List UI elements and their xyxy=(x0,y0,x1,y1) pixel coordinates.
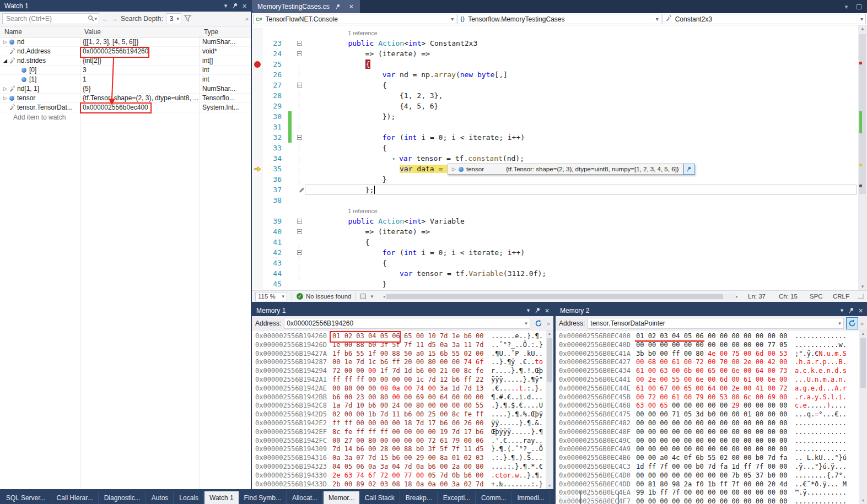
bottom-tab-sql-server[interactable]: SQL Server... xyxy=(1,491,51,504)
memory-row[interactable]: 0x000002556B1942BBb6 00 23 00 80 00 00 6… xyxy=(255,393,553,402)
breakpoint-margin[interactable] xyxy=(252,237,263,247)
memory-row[interactable]: 0x000002556B1942E2ff ff 00 00 00 00 18 7… xyxy=(255,419,553,428)
collapse-box-icon[interactable] xyxy=(297,219,302,224)
tab-close-icon[interactable] xyxy=(347,2,356,12)
memory-row[interactable]: 0x000002556B19432304 05 06 0a 3a 04 7d 0… xyxy=(255,463,553,472)
memory-row[interactable]: 0x000002556B0EC46863 00 65 00 00 00 00 0… xyxy=(559,402,867,410)
breakpoint-margin[interactable] xyxy=(252,80,263,90)
memory-row[interactable]: 0x000002556B0EC4D000 00 00 00 00 00 00 0… xyxy=(559,472,867,480)
memory-row[interactable]: 0x000002556B0EC4C31d ff 7f 00 00 b0 7d f… xyxy=(559,463,867,472)
fold-margin[interactable] xyxy=(294,51,305,56)
pin-icon[interactable] xyxy=(847,306,856,315)
project-dropdown[interactable]: C# TensorFlowNET.Console xyxy=(253,14,456,24)
breakpoint-margin[interactable] xyxy=(252,279,263,289)
bottom-tab-excepti[interactable]: Excepti... xyxy=(438,491,476,504)
memory2-scrollbar[interactable] xyxy=(859,330,867,504)
fold-margin[interactable] xyxy=(294,135,305,140)
breakpoint-margin[interactable] xyxy=(252,122,263,132)
watch-value[interactable]: 0x000002556b0ec400 xyxy=(80,103,200,112)
fold-margin[interactable] xyxy=(294,83,305,88)
fold-margin[interactable] xyxy=(294,219,305,224)
horizontal-scrollbar[interactable]: ◂ ▸ xyxy=(383,293,738,300)
memory-row[interactable]: 0x000002556B1942FC00 27 00 80 00 00 00 0… xyxy=(255,437,553,446)
code-line[interactable]: 39public Action<int> Variable xyxy=(252,216,858,226)
memory-row[interactable]: 0x000002556B1942D502 00 00 1b 7d 11 b6 0… xyxy=(255,410,553,419)
collapse-box-icon[interactable] xyxy=(297,41,302,46)
tab-pin-icon[interactable] xyxy=(333,2,343,12)
code-line[interactable]: 41{ xyxy=(252,237,858,247)
bottom-tab-output[interactable]: Output xyxy=(551,491,581,504)
code-line[interactable]: 32for (int i = 0; i < iterate; i++) xyxy=(252,132,858,143)
column-header-name[interactable]: Name xyxy=(0,28,80,36)
watch-row[interactable]: nd[1, 1]{5}NumShar... xyxy=(0,84,251,94)
tab-memorytestingcases[interactable]: MemoryTestingCases.cs xyxy=(252,0,360,13)
watch-row[interactable]: [0]3int xyxy=(0,66,251,75)
scroll-up-icon[interactable] xyxy=(859,330,867,338)
memory1-scrollbar[interactable] xyxy=(546,330,553,489)
pin-icon[interactable] xyxy=(533,306,542,315)
scrollbar-thumb[interactable] xyxy=(386,294,723,299)
watch-value[interactable]: 0x000002556b194260 xyxy=(80,47,200,56)
memory-row[interactable]: 0x000002556B0EC41A3b b0 00 ff 00 80 4e 0… xyxy=(559,350,867,359)
watch-row[interactable]: tensor.TensorDat...0x000002556b0ec400Sys… xyxy=(0,103,251,112)
code-line[interactable]: 31 xyxy=(252,122,858,132)
memory-row[interactable]: 0x000002556B0EC44100 2e 00 55 00 6e 00 6… xyxy=(559,376,867,384)
code-editor[interactable]: 1 reference23public Action<int> Constant… xyxy=(252,25,858,290)
breakpoint-margin[interactable] xyxy=(252,48,263,59)
bottom-tab-diagnostic[interactable]: Diagnostic... xyxy=(99,491,146,504)
code-line[interactable]: 38 xyxy=(252,195,858,205)
watch-row[interactable]: [1]1int xyxy=(0,75,251,84)
code-line[interactable]: 26var nd = np.array(new byte[,] xyxy=(252,69,858,80)
close-icon[interactable] xyxy=(240,1,249,10)
code-line[interactable]: 24=> (iterate) => xyxy=(252,48,858,59)
code-line[interactable]: 29{4, 5, 6} xyxy=(252,101,858,111)
scroll-up-icon[interactable] xyxy=(546,330,553,338)
window-position-icon[interactable] xyxy=(221,1,230,10)
fold-margin[interactable] xyxy=(294,250,305,255)
datatip-expander-icon[interactable] xyxy=(450,166,457,172)
window-position-icon[interactable] xyxy=(524,306,533,315)
toolbar-overflow-icon[interactable] xyxy=(547,319,550,327)
collapse-box-icon[interactable] xyxy=(297,250,302,255)
column-header-type[interactable]: Type xyxy=(200,28,251,36)
status-column[interactable]: Ch: 15 xyxy=(779,293,805,300)
breakpoint-margin[interactable] xyxy=(252,38,263,48)
watch-titlebar[interactable]: Watch 1 xyxy=(0,0,251,12)
bottom-tab-autos[interactable]: Autos xyxy=(147,491,174,504)
watch-filter-icon[interactable] xyxy=(184,15,191,23)
codelens-references[interactable]: 1 reference xyxy=(348,208,377,214)
breakpoint-margin[interactable] xyxy=(252,174,263,185)
scrollbar-track[interactable] xyxy=(385,294,736,300)
memory-row[interactable]: 0x000002556B1942AE00 80 00 00 08 0a 00 7… xyxy=(255,384,553,393)
breakpoint-margin[interactable] xyxy=(252,164,263,174)
close-icon[interactable] xyxy=(542,306,552,315)
code-line[interactable]: 45} xyxy=(252,279,858,289)
expander-icon[interactable] xyxy=(2,95,9,101)
bottom-tab-error-list[interactable]: Error List xyxy=(581,491,619,504)
breakpoint-margin[interactable] xyxy=(252,28,263,38)
breakpoint-margin[interactable] xyxy=(252,90,263,101)
status-insert-mode[interactable]: SPC xyxy=(810,293,828,300)
memory-row[interactable]: 0x000002556B1942EF8c fe ff ff ff 00 00 0… xyxy=(255,428,553,437)
chevron-down-icon[interactable] xyxy=(838,321,841,326)
breakpoint-margin[interactable] xyxy=(252,101,263,111)
memory-row[interactable]: 0x000002556B1943160a 3a 07 7d 15 b6 00 2… xyxy=(255,454,553,463)
watch-row[interactable]: tensor{tf.Tensor: shape=(2, 3), dtype=ui… xyxy=(0,94,251,103)
memory-row[interactable]: 0x000002556B0EC4A900 00 00 00 00 00 00 0… xyxy=(559,445,867,454)
watch-row[interactable]: nd{[[1, 2, 3], [4, 5, 6]]}NumShar... xyxy=(0,37,251,47)
memory2-titlebar[interactable]: Memory 2 xyxy=(556,305,867,316)
code-line[interactable]: 36} xyxy=(252,174,858,185)
datatip-popup[interactable]: tensor {tf.Tensor: shape=(2, 3), dtype=u… xyxy=(448,164,695,175)
memory-row[interactable]: 0x000002556B0EC45B00 72 00 61 00 79 00 5… xyxy=(559,393,867,402)
breakpoint-margin[interactable] xyxy=(252,216,263,226)
refresh-icon[interactable] xyxy=(533,318,544,329)
toolbar-overflow-icon[interactable] xyxy=(860,319,864,327)
memory-row[interactable]: 0x000002556B19433D2b 00 89 02 03 08 18 0… xyxy=(255,480,553,489)
type-dropdown[interactable]: {} Tensorflow.MemoryTestingCases xyxy=(457,14,661,24)
memory-row[interactable]: 0x000002556B19426001 02 03 04 05 06 65 0… xyxy=(255,332,553,341)
tag-icon[interactable] xyxy=(360,294,366,299)
memory-row[interactable]: 0x000002556B0EC48F00 00 00 00 00 00 00 0… xyxy=(559,428,867,437)
watch-row[interactable]: nd.strides{int[2]}int[] xyxy=(0,56,251,66)
bottom-tab-watch-1[interactable]: Watch 1 xyxy=(204,491,239,504)
code-line[interactable]: 1 reference xyxy=(252,205,858,216)
